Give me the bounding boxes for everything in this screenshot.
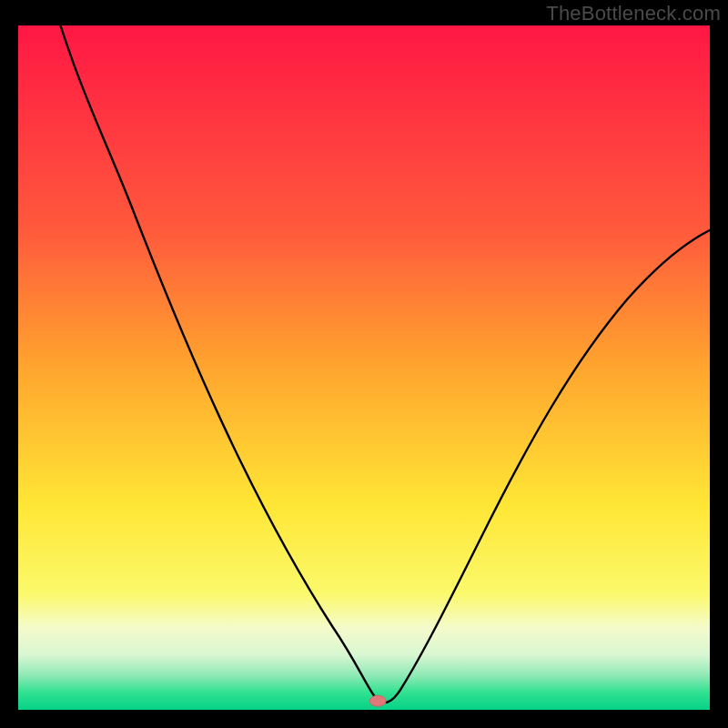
watermark-text: TheBottleneck.com (546, 2, 721, 25)
gradient-background (18, 25, 710, 710)
plot-area (18, 25, 710, 710)
chart-svg (18, 25, 710, 710)
chart-frame: TheBottleneck.com (0, 0, 728, 728)
minimum-marker (369, 695, 386, 706)
